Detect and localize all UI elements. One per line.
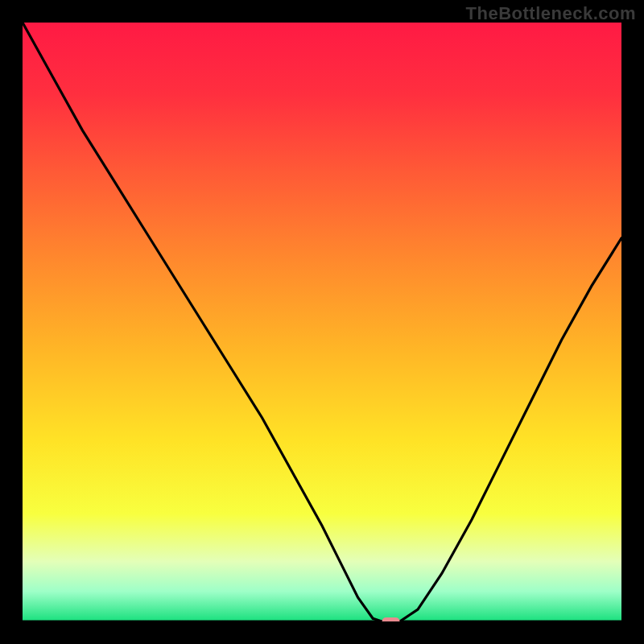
gradient-background — [23, 23, 621, 621]
watermark-text: TheBottleneck.com — [466, 3, 636, 24]
minimum-marker — [382, 617, 400, 621]
plot-area — [23, 23, 621, 621]
chart-frame: TheBottleneck.com — [0, 0, 644, 644]
plot-svg — [23, 23, 621, 621]
